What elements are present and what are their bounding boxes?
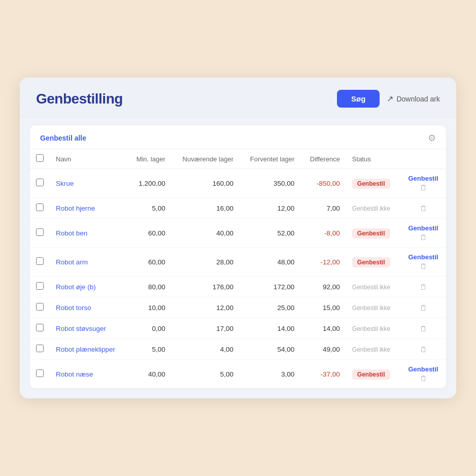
row-forventet-lager: 48,00: [240, 248, 300, 277]
row-min-lager: 0,00: [127, 318, 171, 339]
row-difference: 14,00: [300, 318, 346, 339]
copy-button[interactable]: 🗒: [420, 283, 427, 291]
row-actions: 🗒: [406, 204, 440, 213]
copy-button[interactable]: 🗒: [420, 324, 427, 333]
item-link[interactable]: Robot øje (b): [56, 283, 96, 291]
download-icon: ↗: [387, 94, 393, 104]
status-badge-no-reorder: Genbestil ikke: [352, 205, 390, 212]
select-all-checkbox[interactable]: [36, 154, 44, 162]
status-badge-no-reorder: Genbestil ikke: [352, 284, 390, 291]
row-forventet-lager: 52,00: [240, 219, 300, 248]
row-difference: -37,00: [300, 360, 346, 389]
row-checkbox[interactable]: [36, 303, 44, 311]
row-checkbox[interactable]: [36, 282, 44, 290]
copy-button[interactable]: 🗒: [420, 374, 427, 383]
table-row: Robot arm 60,00 28,00 48,00 -12,00 Genbe…: [30, 248, 446, 277]
row-actions: Genbestil 🗒: [406, 175, 440, 192]
reorder-button[interactable]: Genbestil: [408, 365, 438, 373]
row-actions: Genbestil 🗒: [406, 365, 440, 383]
table-row: Robot støvsuger 0,00 17,00 14,00 14,00 G…: [30, 318, 446, 339]
table-header: Navn Min. lager Nuværende lager Forvente…: [30, 149, 446, 169]
reorder-button[interactable]: Genbestil: [408, 175, 438, 182]
table-row: Robot øje (b) 80,00 176,00 172,00 92,00 …: [30, 277, 446, 297]
row-nuvaerende-lager: 28,00: [172, 248, 240, 277]
item-link[interactable]: Robot hjerne: [56, 205, 95, 212]
item-link[interactable]: Skrue: [56, 180, 74, 187]
item-link[interactable]: Robot næse: [56, 370, 93, 378]
row-checkbox-cell: [30, 318, 50, 339]
row-forventet-lager: 350,00: [240, 169, 300, 198]
item-link[interactable]: Robot plæneklipper: [56, 346, 115, 353]
row-forventet-lager: 54,00: [240, 339, 300, 360]
row-difference: 7,00: [300, 198, 346, 219]
copy-button[interactable]: 🗒: [420, 262, 427, 270]
header-checkbox-col: [30, 149, 50, 169]
copy-button[interactable]: 🗒: [420, 204, 427, 213]
row-actions: 🗒: [406, 283, 440, 291]
copy-button[interactable]: 🗒: [420, 183, 427, 192]
settings-button[interactable]: ⚙: [428, 132, 436, 144]
search-button[interactable]: Søg: [337, 90, 380, 108]
row-action: Genbestil 🗒: [400, 169, 446, 198]
row-checkbox[interactable]: [36, 369, 44, 377]
reorder-all-button[interactable]: Genbestil alle: [40, 134, 86, 142]
row-min-lager: 5,00: [127, 339, 171, 360]
copy-button[interactable]: 🗒: [420, 303, 427, 312]
row-name: Robot øje (b): [50, 277, 127, 297]
reorder-button[interactable]: Genbestil: [408, 224, 438, 232]
table-row: Skrue 1.200,00 160,00 350,00 -850,00 Gen…: [30, 169, 446, 198]
row-checkbox-cell: [30, 297, 50, 318]
row-min-lager: 10,00: [127, 297, 171, 318]
row-name: Robot støvsuger: [50, 318, 127, 339]
row-status: Genbestil: [346, 248, 400, 277]
header-difference: Difference: [300, 149, 346, 169]
table-row: Robot næse 40,00 5,00 3,00 -37,00 Genbes…: [30, 360, 446, 389]
row-nuvaerende-lager: 4,00: [172, 339, 240, 360]
row-difference: 49,00: [300, 339, 346, 360]
row-checkbox[interactable]: [36, 257, 44, 265]
row-status: Genbestil: [346, 360, 400, 389]
row-checkbox[interactable]: [36, 228, 44, 236]
table-row: Robot ben 60,00 40,00 52,00 -8,00 Genbes…: [30, 219, 446, 248]
row-checkbox-cell: [30, 169, 50, 198]
row-checkbox[interactable]: [36, 203, 44, 211]
item-link[interactable]: Robot ben: [56, 229, 87, 237]
table-row: Robot torso 10,00 12,00 25,00 15,00 Genb…: [30, 297, 446, 318]
table-toolbar: Genbestil alle ⚙: [30, 125, 446, 149]
row-action: Genbestil 🗒: [400, 219, 446, 248]
row-nuvaerende-lager: 160,00: [172, 169, 240, 198]
row-checkbox[interactable]: [36, 345, 44, 352]
row-nuvaerende-lager: 17,00: [172, 318, 240, 339]
row-forventet-lager: 14,00: [240, 318, 300, 339]
row-min-lager: 60,00: [127, 248, 171, 277]
row-checkbox[interactable]: [36, 324, 44, 331]
main-card: Genbestilling Søg ↗ Download ark Genbest…: [20, 78, 456, 398]
row-name: Robot næse: [50, 360, 127, 389]
row-status: Genbestil ikke: [346, 339, 400, 360]
item-link[interactable]: Robot torso: [56, 304, 91, 312]
item-link[interactable]: Robot støvsuger: [56, 325, 106, 332]
row-forventet-lager: 3,00: [240, 360, 300, 389]
row-actions: 🗒: [406, 324, 440, 333]
row-checkbox-cell: [30, 360, 50, 389]
row-name: Robot arm: [50, 248, 127, 277]
item-link[interactable]: Robot arm: [56, 258, 88, 266]
status-badge-no-reorder: Genbestil ikke: [352, 325, 390, 332]
status-badge-no-reorder: Genbestil ikke: [352, 346, 390, 353]
table-body: Skrue 1.200,00 160,00 350,00 -850,00 Gen…: [30, 169, 446, 389]
row-nuvaerende-lager: 12,00: [172, 297, 240, 318]
copy-button[interactable]: 🗒: [420, 233, 427, 242]
copy-button[interactable]: 🗒: [420, 345, 427, 354]
row-checkbox[interactable]: [36, 179, 44, 186]
download-button[interactable]: ↗ Download ark: [387, 94, 440, 104]
row-nuvaerende-lager: 40,00: [172, 219, 240, 248]
row-checkbox-cell: [30, 339, 50, 360]
row-checkbox-cell: [30, 277, 50, 297]
inventory-table: Navn Min. lager Nuværende lager Forvente…: [30, 149, 446, 388]
reorder-button[interactable]: Genbestil: [408, 253, 438, 261]
table-container: Genbestil alle ⚙ Navn Min. lager Nuværen…: [30, 125, 446, 388]
row-min-lager: 80,00: [127, 277, 171, 297]
row-action: 🗒: [400, 198, 446, 219]
row-difference: -8,00: [300, 219, 346, 248]
status-badge-reorder: Genbestil: [352, 179, 390, 189]
